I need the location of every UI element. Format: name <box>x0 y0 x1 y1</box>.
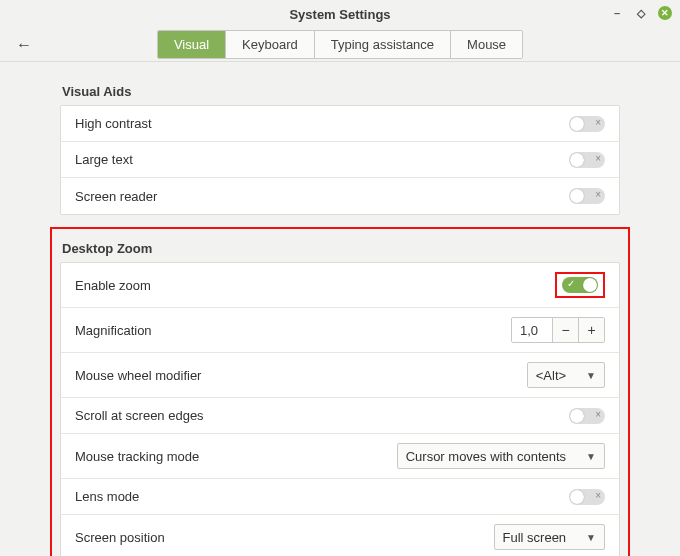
row-mouse-wheel-modifier: Mouse wheel modifier <Alt> ▼ <box>61 353 619 398</box>
row-lens-mode: Lens mode × <box>61 479 619 515</box>
stepper-plus-button[interactable]: + <box>578 318 604 342</box>
content: Visual Aids High contrast × Large text ×… <box>0 62 680 556</box>
toggle-off-icon: × <box>595 490 601 501</box>
toggle-scroll-edges[interactable]: × <box>569 408 605 424</box>
label-screen-position: Screen position <box>75 530 165 545</box>
toggle-lens-mode[interactable]: × <box>569 489 605 505</box>
stepper-magnification[interactable]: 1,0 − + <box>511 317 605 343</box>
maximize-icon[interactable]: ◇ <box>634 6 648 20</box>
toggle-off-icon: × <box>595 153 601 164</box>
toggle-off-icon: × <box>595 117 601 128</box>
highlight-enable-zoom-toggle: ✓ <box>555 272 605 298</box>
minimize-icon[interactable]: – <box>610 6 624 20</box>
combo-value: Full screen <box>503 530 567 545</box>
toolbar: ← Visual Keyboard Typing assistance Mous… <box>0 28 680 62</box>
window-title: System Settings <box>289 7 390 22</box>
row-screen-reader: Screen reader × <box>61 178 619 214</box>
chevron-down-icon: ▼ <box>586 370 596 381</box>
label-screen-reader: Screen reader <box>75 189 157 204</box>
stepper-minus-button[interactable]: − <box>552 318 578 342</box>
label-enable-zoom: Enable zoom <box>75 278 151 293</box>
row-large-text: Large text × <box>61 142 619 178</box>
label-tracking-mode: Mouse tracking mode <box>75 449 199 464</box>
back-button[interactable]: ← <box>14 35 34 55</box>
row-high-contrast: High contrast × <box>61 106 619 142</box>
window-controls: – ◇ <box>610 6 672 20</box>
label-magnification: Magnification <box>75 323 152 338</box>
chevron-down-icon: ▼ <box>586 532 596 543</box>
toggle-large-text[interactable]: × <box>569 152 605 168</box>
label-large-text: Large text <box>75 152 133 167</box>
combo-tracking-mode[interactable]: Cursor moves with contents ▼ <box>397 443 605 469</box>
chevron-down-icon: ▼ <box>586 451 596 462</box>
toggle-screen-reader[interactable]: × <box>569 188 605 204</box>
arrow-left-icon: ← <box>16 36 32 54</box>
stepper-value[interactable]: 1,0 <box>512 318 552 342</box>
label-high-contrast: High contrast <box>75 116 152 131</box>
close-icon[interactable] <box>658 6 672 20</box>
label-lens-mode: Lens mode <box>75 489 139 504</box>
toggle-off-icon: × <box>595 189 601 200</box>
row-enable-zoom: Enable zoom ✓ <box>61 263 619 308</box>
tab-typing-assistance[interactable]: Typing assistance <box>315 31 451 58</box>
tab-keyboard[interactable]: Keyboard <box>226 31 315 58</box>
combo-value: Cursor moves with contents <box>406 449 566 464</box>
toggle-enable-zoom[interactable]: ✓ <box>562 277 598 293</box>
row-tracking-mode: Mouse tracking mode Cursor moves with co… <box>61 434 619 479</box>
toggle-off-icon: × <box>595 409 601 420</box>
row-screen-position: Screen position Full screen ▼ <box>61 515 619 556</box>
titlebar: System Settings – ◇ <box>0 0 680 28</box>
label-mouse-wheel-modifier: Mouse wheel modifier <box>75 368 201 383</box>
panel-visual-aids: High contrast × Large text × Screen read… <box>60 105 620 215</box>
label-scroll-edges: Scroll at screen edges <box>75 408 204 423</box>
row-scroll-edges: Scroll at screen edges × <box>61 398 619 434</box>
combo-value: <Alt> <box>536 368 566 383</box>
row-magnification: Magnification 1,0 − + <box>61 308 619 353</box>
section-title-desktop-zoom: Desktop Zoom <box>62 241 620 256</box>
tabset: Visual Keyboard Typing assistance Mouse <box>157 30 523 59</box>
toggle-high-contrast[interactable]: × <box>569 116 605 132</box>
combo-mouse-wheel-modifier[interactable]: <Alt> ▼ <box>527 362 605 388</box>
section-title-visual-aids: Visual Aids <box>62 84 620 99</box>
highlight-desktop-zoom: Desktop Zoom Enable zoom ✓ Magnification… <box>50 227 630 556</box>
check-icon: ✓ <box>567 278 575 289</box>
combo-screen-position[interactable]: Full screen ▼ <box>494 524 605 550</box>
tab-visual[interactable]: Visual <box>158 31 226 58</box>
panel-desktop-zoom: Enable zoom ✓ Magnification 1,0 − + Mous… <box>60 262 620 556</box>
tab-mouse[interactable]: Mouse <box>451 31 522 58</box>
